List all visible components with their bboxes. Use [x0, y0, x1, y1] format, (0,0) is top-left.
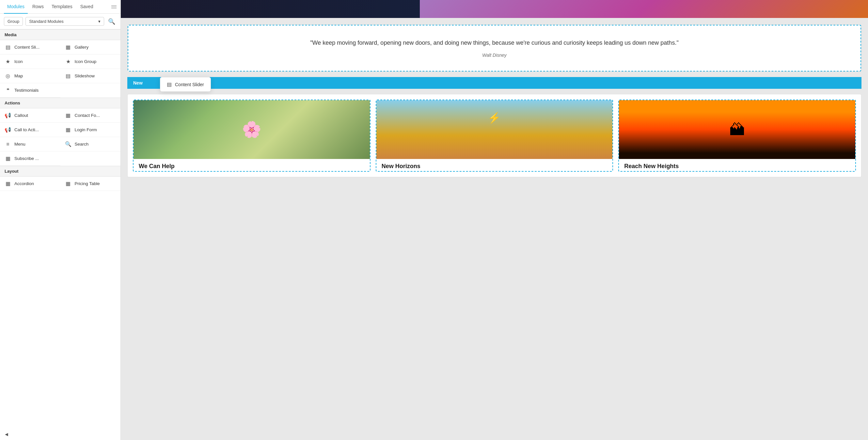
card-1-title: We Can Help	[133, 159, 370, 171]
card-3[interactable]: Reach New Heights	[618, 99, 856, 172]
module-item-call-to-action[interactable]: 📢 Call to Acti...	[0, 123, 60, 137]
icon-icon: ★	[5, 58, 11, 65]
quote-inner: "We keep moving forward, opening new doo…	[128, 25, 861, 71]
card-1-image	[133, 100, 370, 159]
layout-grid: ▦ Accordion ▦ Pricing Table	[0, 177, 120, 191]
module-item-accordion[interactable]: ▦ Accordion	[0, 177, 60, 191]
module-item-menu[interactable]: ≡ Menu	[0, 137, 60, 152]
card-2-image	[376, 100, 613, 159]
testimonials-icon: ❝	[5, 87, 11, 93]
module-item-map[interactable]: ◎ Map	[0, 69, 60, 83]
bottom-nav: ◄	[0, 429, 120, 440]
tab-rows[interactable]: Rows	[29, 0, 47, 14]
filter-row: Group Standard Modules ▾ 🔍	[0, 14, 120, 29]
media-grid: ▤ Content Sli... ▦ Gallery ★ Icon ★ Icon…	[0, 40, 120, 98]
contact-form-icon: ▦	[65, 112, 71, 119]
icon-group-icon: ★	[65, 58, 71, 65]
module-item-content-slider[interactable]: ▤ Content Sli...	[0, 40, 60, 55]
collapse-arrow[interactable]: ◄	[3, 430, 10, 439]
card-3-image	[619, 100, 855, 159]
login-form-icon: ▦	[65, 127, 71, 133]
cards-grid: We Can Help New Horizons Reach New Heigh…	[133, 99, 856, 172]
content-slider-popup-label: Content Slider	[175, 82, 204, 87]
module-item-callout[interactable]: 📢 Callout	[0, 108, 60, 123]
card-1[interactable]: We Can Help	[133, 99, 371, 172]
section-header-layout: Layout	[0, 166, 120, 177]
quote-text: "We keep moving forward, opening new doo…	[148, 38, 841, 47]
module-item-subscribe[interactable]: ▦ Subscribe ...	[0, 152, 60, 166]
module-item-icon[interactable]: ★ Icon	[0, 55, 60, 69]
new-label: New	[127, 77, 149, 89]
card-2-title: New Horizons	[376, 159, 613, 171]
gallery-icon: ▦	[65, 44, 71, 50]
quote-block: "We keep moving forward, opening new doo…	[127, 25, 862, 72]
new-bar-content	[149, 77, 862, 89]
callout-icon: 📢	[5, 112, 11, 119]
group-button[interactable]: Group	[4, 17, 23, 26]
tab-templates[interactable]: Templates	[48, 0, 76, 14]
section-header-media: Media	[0, 29, 120, 40]
content-slider-popup-icon: ▤	[167, 81, 172, 88]
card-3-title: Reach New Heights	[619, 159, 855, 171]
search-module-icon: 🔍	[65, 141, 71, 147]
nav-tabs: Modules Rows Templates Saved	[0, 0, 120, 14]
module-item-login-form[interactable]: ▦ Login Form	[60, 123, 121, 137]
new-bar: New ▤ Content Slider	[127, 77, 862, 89]
tab-saved[interactable]: Saved	[77, 0, 97, 14]
sidebar: Modules Rows Templates Saved Group Stand…	[0, 0, 121, 440]
content-slider-popup[interactable]: ▤ Content Slider	[160, 77, 211, 92]
call-to-action-icon: 📢	[5, 127, 11, 133]
top-image-area	[121, 0, 868, 18]
main-content: "We keep moving forward, opening new doo…	[121, 0, 868, 440]
map-icon: ◎	[5, 73, 11, 79]
module-item-slideshow[interactable]: ▤ Slideshow	[60, 69, 121, 83]
content-slider-icon: ▤	[5, 44, 11, 50]
drag-handle[interactable]	[111, 5, 117, 8]
module-item-icon-group[interactable]: ★ Icon Group	[60, 55, 121, 69]
actions-grid: 📢 Callout ▦ Contact Fo... 📢 Call to Acti…	[0, 108, 120, 166]
menu-icon: ≡	[5, 142, 11, 147]
module-item-contact-form[interactable]: ▦ Contact Fo...	[60, 108, 121, 123]
top-image-overlay	[420, 0, 868, 18]
module-item-testimonials[interactable]: ❝ Testimonials	[0, 83, 60, 98]
content-area: "We keep moving forward, opening new doo…	[121, 18, 868, 440]
pricing-table-icon: ▦	[65, 181, 71, 187]
module-item-search[interactable]: 🔍 Search	[60, 137, 121, 152]
subscribe-icon: ▦	[5, 155, 11, 162]
accordion-icon: ▦	[5, 181, 11, 187]
quote-author: Walt Disney	[148, 53, 841, 58]
module-item-gallery[interactable]: ▦ Gallery	[60, 40, 121, 55]
modules-list: Media ▤ Content Sli... ▦ Gallery ★ Icon …	[0, 29, 120, 429]
section-header-actions: Actions	[0, 98, 120, 108]
search-icon: 🔍	[108, 18, 115, 25]
cards-section: We Can Help New Horizons Reach New Heigh…	[127, 94, 862, 177]
tab-modules[interactable]: Modules	[4, 0, 28, 14]
module-group-dropdown[interactable]: Standard Modules ▾	[26, 17, 104, 26]
chevron-down-icon: ▾	[98, 19, 100, 24]
card-2[interactable]: New Horizons	[376, 99, 613, 172]
slideshow-icon: ▤	[65, 73, 71, 79]
search-button[interactable]: 🔍	[107, 17, 117, 26]
module-item-pricing-table[interactable]: ▦ Pricing Table	[60, 177, 121, 191]
